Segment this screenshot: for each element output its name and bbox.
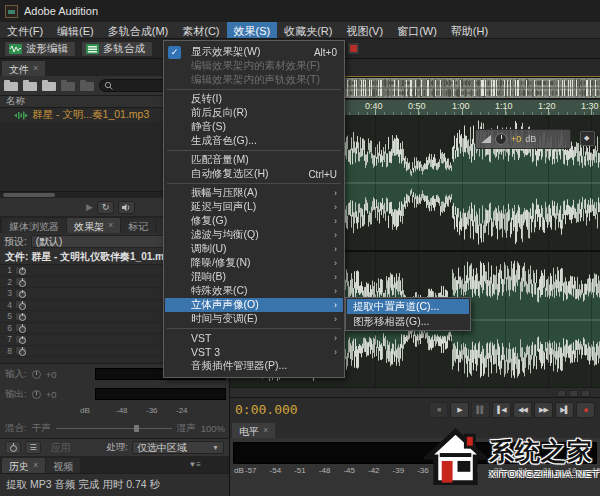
effects-menu-item-filter-eq[interactable]: 滤波与均衡(Q)› bbox=[165, 228, 343, 242]
tab-history[interactable]: 历史× bbox=[2, 458, 45, 473]
effects-menu-item-invert[interactable]: 反转(I) bbox=[165, 92, 343, 106]
record-button[interactable]: ● bbox=[576, 402, 595, 418]
input-gain-knob[interactable] bbox=[32, 370, 41, 379]
level-scale-label: -57 bbox=[245, 466, 257, 475]
output-gain-knob[interactable] bbox=[32, 390, 41, 399]
rack-list-button[interactable]: ☰ bbox=[25, 441, 41, 454]
open-file-icon[interactable] bbox=[4, 80, 18, 91]
apply-button[interactable]: 应用 bbox=[51, 441, 71, 455]
delete-file-icon bbox=[80, 80, 94, 91]
wet-label: 湿声 bbox=[177, 422, 196, 435]
skip-to-start-button[interactable]: ▌◀ bbox=[492, 402, 511, 418]
menubar-item-edit[interactable]: 编辑(E) bbox=[50, 22, 101, 38]
zoom-bar bbox=[230, 387, 600, 397]
menubar-item-multitrack[interactable]: 多轨合成(M) bbox=[101, 22, 176, 38]
power-icon[interactable] bbox=[15, 323, 27, 332]
close-icon[interactable]: × bbox=[263, 425, 268, 438]
preview-play-icon: ▶ bbox=[86, 202, 93, 212]
effects-menu-item-show-effects-rack[interactable]: ✓显示效果架(W)Alt+0 bbox=[165, 45, 343, 59]
effects-menu-item-reverb[interactable]: 混响(B)› bbox=[165, 270, 343, 284]
effects-menu-item-plugin-manager[interactable]: 音频插件管理器(P)... bbox=[165, 359, 343, 373]
submenu-item-extract-center-channel[interactable]: 提取中置声道(C)... bbox=[347, 299, 469, 314]
process-dropdown[interactable]: 仅选中区域 ▼ bbox=[132, 441, 224, 454]
stop-button[interactable]: ■ bbox=[429, 402, 448, 418]
menubar-item-effects[interactable]: 效果(S) bbox=[227, 22, 278, 38]
menubar-item-file[interactable]: 文件(F) bbox=[0, 22, 50, 38]
input-gain-value: +0 bbox=[46, 369, 57, 380]
menu-item-label: 特殊效果(C) bbox=[191, 284, 248, 298]
tab-levels[interactable]: 电平 × bbox=[232, 423, 275, 438]
effects-menu-item-vst3[interactable]: VST 3› bbox=[165, 345, 343, 359]
tab-media-browser[interactable]: 媒体浏览器 bbox=[2, 218, 66, 233]
spectral-display-icon[interactable] bbox=[347, 42, 360, 55]
effects-menu-item-reverse[interactable]: 前后反向(R) bbox=[165, 106, 343, 120]
power-icon[interactable] bbox=[15, 277, 27, 286]
scrollbar-handle[interactable] bbox=[3, 193, 55, 197]
file-name: 群星 - 文明...奏1_01.mp3 bbox=[32, 108, 149, 122]
loop-playback-button[interactable]: ↻ bbox=[97, 201, 114, 214]
effects-menu-item-auto-heal-selection[interactable]: 自动修复选区(H)Ctrl+U bbox=[165, 167, 343, 181]
output-row: 输出: +0 bbox=[5, 388, 56, 401]
menu-item-label: 自动修复选区(H) bbox=[191, 167, 269, 181]
power-icon[interactable] bbox=[15, 289, 27, 298]
close-icon[interactable]: × bbox=[108, 220, 113, 233]
close-icon[interactable]: × bbox=[33, 63, 38, 76]
close-icon[interactable]: × bbox=[33, 460, 38, 473]
effects-menu-item-silence[interactable]: 静音(S) bbox=[165, 120, 343, 134]
effects-menu-item-noise-reduction[interactable]: 降噪/修复(N)› bbox=[165, 256, 343, 270]
menubar-item-favorites[interactable]: 收藏夹(R) bbox=[277, 22, 339, 38]
level-scale-label: -45 bbox=[343, 466, 355, 475]
effects-menu-item-stereo-imagery[interactable]: 立体声声像(O)› bbox=[165, 298, 343, 312]
auto-play-button[interactable] bbox=[118, 201, 135, 214]
effects-menu-item-time-pitch[interactable]: 时间与变调(E)› bbox=[165, 312, 343, 326]
tab-video[interactable]: 视频 bbox=[46, 458, 80, 473]
hud-volume-control[interactable]: +0 dB bbox=[475, 129, 571, 149]
menubar-item-window[interactable]: 窗口(W) bbox=[390, 22, 444, 38]
power-icon[interactable] bbox=[15, 312, 27, 321]
pause-button[interactable]: ▌▌ bbox=[471, 402, 490, 418]
power-icon[interactable] bbox=[15, 266, 27, 275]
effects-menu-item-diagnostics[interactable]: 修复(G)› bbox=[165, 214, 343, 228]
mix-slider[interactable] bbox=[56, 428, 172, 429]
tab-effects-rack[interactable]: 效果架× bbox=[67, 218, 120, 233]
hud-settings-button[interactable] bbox=[580, 131, 595, 146]
history-entry[interactable]: 提取 MP3 音频 完成 用时 0.74 秒 bbox=[0, 473, 229, 496]
power-icon[interactable] bbox=[15, 300, 27, 309]
hud-db-unit: dB bbox=[525, 134, 536, 144]
zoom-full-button[interactable] bbox=[581, 390, 590, 397]
audition-app-icon bbox=[5, 5, 18, 18]
effects-menu-item-match-volume[interactable]: 匹配音量(M) bbox=[165, 153, 343, 167]
effects-menu-item-edit-clip-effects: 编辑效果架内的素材效果(F) bbox=[165, 59, 343, 73]
effects-menu-item-amplitude-compression[interactable]: 振幅与压限(A)› bbox=[165, 186, 343, 200]
menu-item-label: 立体声声像(O) bbox=[191, 298, 259, 312]
waveform-editor-button[interactable]: 波形编辑 bbox=[4, 41, 76, 57]
zoom-in-button[interactable] bbox=[557, 390, 566, 397]
effects-menu-item-generate-tone[interactable]: 生成音色(G)... bbox=[165, 134, 343, 148]
menubar-item-help[interactable]: 帮助(H) bbox=[444, 22, 495, 38]
submenu-item-graphic-phase-shifter[interactable]: 图形移相器(G)... bbox=[347, 314, 469, 329]
power-icon[interactable] bbox=[15, 335, 27, 344]
rack-power-button[interactable] bbox=[5, 441, 21, 454]
skip-to-end-button[interactable]: ▶▌ bbox=[555, 402, 574, 418]
new-item-icon[interactable] bbox=[42, 80, 56, 91]
effects-menu-item-delay-echo[interactable]: 延迟与回声(L)› bbox=[165, 200, 343, 214]
multitrack-button[interactable]: 多轨合成 bbox=[81, 41, 153, 57]
effects-menu-item-modulation[interactable]: 调制(U)› bbox=[165, 242, 343, 256]
tab-markers[interactable]: 标记 bbox=[121, 218, 155, 233]
preset-label: 预设: bbox=[4, 235, 27, 249]
rewind-button[interactable]: ◀◀ bbox=[513, 402, 532, 418]
play-button[interactable]: ▶ bbox=[450, 402, 469, 418]
zoom-out-button[interactable] bbox=[569, 390, 578, 397]
import-file-icon[interactable] bbox=[23, 80, 37, 91]
effects-menu-item-vst[interactable]: VST› bbox=[165, 331, 343, 345]
panel-menu-icon[interactable]: ▼≡ bbox=[188, 460, 201, 469]
hud-volume-knob[interactable] bbox=[495, 133, 507, 145]
menubar-item-view[interactable]: 视图(V) bbox=[339, 22, 390, 38]
menubar-item-clip[interactable]: 素材(C) bbox=[175, 22, 226, 38]
time-display[interactable]: 0:00.000 bbox=[235, 402, 298, 417]
column-name[interactable]: 名称 bbox=[6, 95, 25, 108]
power-icon[interactable] bbox=[15, 346, 27, 355]
fast-forward-button[interactable]: ▶▶ bbox=[534, 402, 553, 418]
tab-files[interactable]: 文件 × bbox=[2, 61, 45, 76]
effects-menu-item-special[interactable]: 特殊效果(C)› bbox=[165, 284, 343, 298]
